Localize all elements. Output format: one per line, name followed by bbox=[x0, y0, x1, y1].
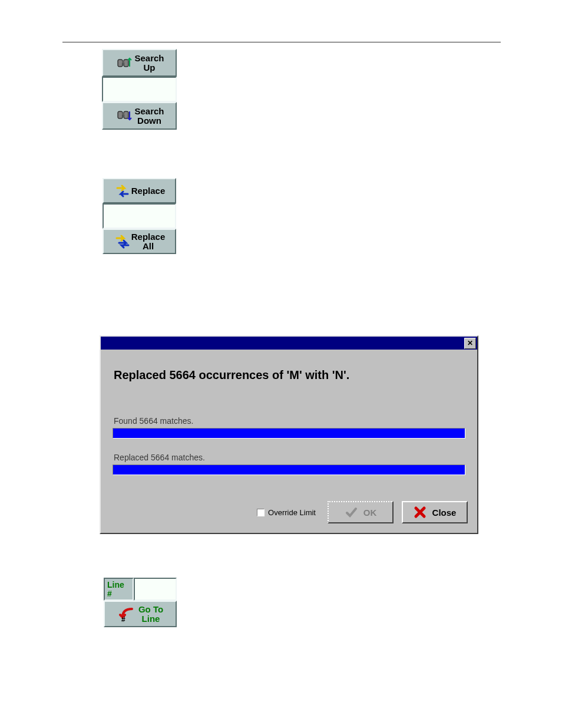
line-number-input[interactable] bbox=[134, 578, 177, 601]
search-up-button[interactable]: Search Up bbox=[102, 49, 177, 77]
replace-all-button[interactable]: Replace All bbox=[103, 229, 176, 254]
dialog-titlebar: ✕ bbox=[101, 337, 477, 350]
svg-text:#: # bbox=[121, 615, 125, 623]
goto-line-button[interactable]: # Go To Line bbox=[104, 601, 177, 627]
binoculars-down-icon bbox=[114, 108, 134, 124]
search-panel: Search Up Search Down bbox=[102, 49, 177, 130]
svg-rect-3 bbox=[118, 111, 123, 118]
dialog-heading: Replaced 5664 occurrences of 'M' with 'N… bbox=[114, 368, 465, 382]
found-progress-bar bbox=[113, 428, 465, 439]
replace-label: Replace bbox=[131, 186, 166, 196]
override-limit-checkbox[interactable]: Override Limit bbox=[257, 508, 316, 517]
svg-rect-4 bbox=[124, 111, 128, 118]
section-divider bbox=[62, 42, 501, 42]
svg-rect-1 bbox=[124, 60, 128, 67]
search-input[interactable] bbox=[102, 77, 177, 102]
replace-button[interactable]: Replace bbox=[103, 178, 176, 203]
replaced-matches-label: Replaced 5664 matches. bbox=[114, 453, 465, 462]
svg-rect-5 bbox=[122, 113, 124, 115]
line-number-label: Line # bbox=[104, 578, 134, 601]
search-down-button[interactable]: Search Down bbox=[102, 102, 177, 130]
ok-label: OK bbox=[363, 508, 377, 518]
override-limit-label: Override Limit bbox=[268, 508, 316, 517]
goto-line-icon: # bbox=[117, 605, 138, 623]
replace-all-arrows-icon bbox=[114, 234, 131, 249]
checkbox-icon bbox=[257, 509, 265, 516]
titlebar-close-button[interactable]: ✕ bbox=[464, 338, 476, 349]
search-up-label: Search Up bbox=[134, 54, 164, 73]
replace-input[interactable] bbox=[103, 203, 176, 229]
svg-rect-2 bbox=[122, 61, 124, 63]
replaced-progress-bar bbox=[113, 465, 465, 475]
goto-line-label: Go To Line bbox=[138, 605, 163, 624]
search-down-label: Search Down bbox=[134, 107, 164, 126]
replace-result-dialog: ✕ Replaced 5664 occurrences of 'M' with … bbox=[100, 335, 478, 534]
binoculars-up-icon bbox=[114, 55, 134, 71]
close-button[interactable]: Close bbox=[402, 501, 468, 523]
goto-line-panel: Line # # Go To Line bbox=[104, 578, 177, 627]
found-matches-label: Found 5664 matches. bbox=[114, 416, 465, 426]
svg-rect-0 bbox=[118, 60, 123, 67]
replace-all-label: Replace All bbox=[131, 232, 166, 251]
close-label: Close bbox=[432, 508, 457, 518]
x-icon bbox=[414, 506, 427, 519]
replace-panel: Replace Replace All bbox=[103, 178, 176, 254]
replace-arrows-icon bbox=[114, 183, 131, 199]
checkmark-icon bbox=[345, 506, 358, 519]
close-icon: ✕ bbox=[467, 340, 473, 347]
ok-button[interactable]: OK bbox=[328, 501, 394, 523]
